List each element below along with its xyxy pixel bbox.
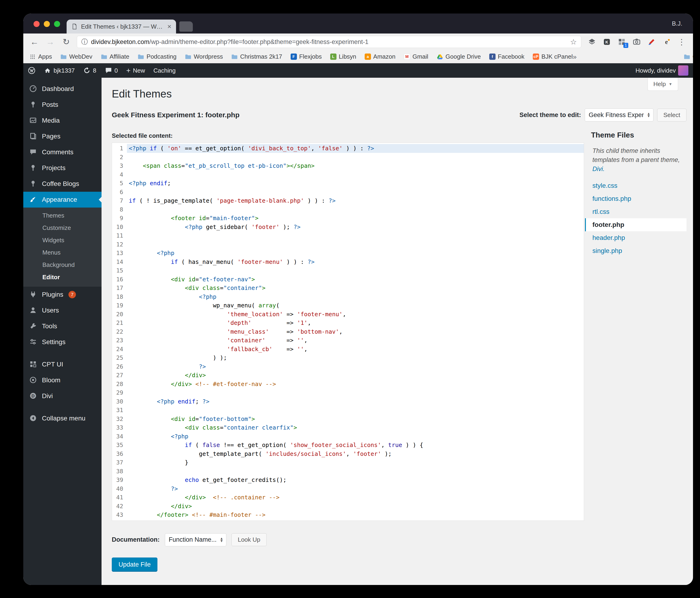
sidebar-item-posts[interactable]: Posts — [23, 97, 102, 113]
sidebar-item-appearance[interactable]: Appearance — [23, 192, 102, 208]
bookmark-star-icon[interactable]: ☆ — [570, 37, 577, 46]
e-letter-extension-icon[interactable]: e — [661, 37, 672, 47]
code-line[interactable]: 14 if ( has_nav_menu( 'footer-menu' ) ) … — [112, 258, 584, 266]
camera-extension-icon[interactable] — [631, 37, 642, 47]
grid-extension-icon[interactable]: 1 — [617, 37, 627, 47]
caching-menu[interactable]: Caching — [153, 67, 176, 74]
code-line[interactable]: 2 — [112, 153, 584, 162]
close-window-button[interactable] — [33, 21, 40, 27]
code-line[interactable]: 28 </div> <!-- #et-footer-nav --> — [112, 380, 584, 389]
bookmark-item-webdev[interactable]: WebDev — [60, 53, 92, 60]
code-line[interactable]: 16 <div id="et-footer-nav"> — [112, 275, 584, 284]
select-theme-button[interactable]: Select — [657, 109, 686, 122]
address-bar[interactable]: ⓘ dividev.bjkeeton.com/wp-admin/theme-ed… — [77, 36, 581, 48]
code-line[interactable]: 5<?php endif; — [112, 179, 584, 188]
layers-extension-icon[interactable] — [587, 37, 597, 47]
code-line[interactable]: 25 ) ); — [112, 354, 584, 362]
submenu-item-menus[interactable]: Menus — [23, 246, 102, 259]
code-line[interactable]: 21 'depth' => '1', — [112, 318, 584, 328]
tab-close-icon[interactable]: × — [167, 23, 171, 30]
update-file-button[interactable]: Update File — [112, 557, 157, 572]
sidebar-item-collapse-menu[interactable]: Collapse menu — [23, 411, 102, 426]
sidebar-item-pages[interactable]: Pages — [23, 128, 102, 144]
code-line[interactable]: 33 <div class="container clearfix"> — [112, 423, 584, 432]
code-line[interactable]: 11 — [112, 231, 584, 240]
code-line[interactable]: 43 </footer> <!-- #main-footer --> — [112, 511, 584, 519]
sidebar-item-coffee-blogs[interactable]: Coffee Blogs — [23, 176, 102, 192]
pen-extension-icon[interactable] — [646, 37, 657, 47]
code-line[interactable]: 1<?php if ( 'on' == et_get_option( 'divi… — [112, 144, 584, 153]
bookmark-item-bjk-cpanel[interactable]: cPBJK cPanel — [533, 53, 573, 60]
code-line[interactable]: 31 — [112, 406, 584, 415]
sidebar-item-comments[interactable]: Comments — [23, 144, 102, 160]
code-line[interactable]: 8 — [112, 205, 584, 214]
code-line[interactable]: 38 — [112, 467, 584, 476]
new-content-menu[interactable]: + New — [126, 67, 145, 74]
dark-square-extension-icon[interactable]: K — [602, 37, 612, 47]
theme-file-single-php[interactable]: single.php — [585, 244, 686, 257]
other-bookmarks-button[interactable]: Other Bookmarks — [684, 53, 693, 60]
code-line[interactable]: 35 if ( false !== et_get_option( 'show_f… — [112, 441, 584, 449]
bookmark-item-google-drive[interactable]: Google Drive — [436, 53, 481, 60]
submenu-item-customize[interactable]: Customize — [23, 222, 102, 234]
code-line[interactable]: 9 <footer id="main-footer"> — [112, 214, 584, 223]
bookmark-item-wordpress[interactable]: Wordpress — [185, 53, 223, 60]
code-line[interactable]: 6 — [112, 188, 584, 197]
theme-file-style-css[interactable]: style.css — [585, 179, 686, 192]
sidebar-item-users[interactable]: Users — [23, 303, 102, 318]
reload-button[interactable]: ↻ — [61, 37, 71, 47]
sidebar-item-tools[interactable]: Tools — [23, 318, 102, 334]
theme-file-functions-php[interactable]: functions.php — [585, 192, 686, 205]
code-line[interactable]: 13 <?php — [112, 249, 584, 258]
code-line[interactable]: 40 ?> — [112, 485, 584, 493]
page-info-icon[interactable]: ⓘ — [81, 37, 88, 46]
submenu-item-editor[interactable]: Editor — [23, 271, 102, 283]
parent-theme-link[interactable]: Divi. — [593, 165, 605, 173]
sidebar-item-bloom[interactable]: Bloom — [23, 372, 102, 388]
code-line[interactable]: 19 wp_nav_menu( array( — [112, 301, 584, 310]
bookmark-item-amazon[interactable]: aAmazon — [365, 53, 395, 60]
code-line[interactable]: 30 <?php endif; ?> — [112, 397, 584, 406]
code-line[interactable]: 17 <div class="container"> — [112, 284, 584, 292]
minimize-window-button[interactable] — [44, 21, 50, 27]
code-line[interactable]: 3 <span class="et_pb_scroll_top et-pb-ic… — [112, 161, 584, 170]
code-line[interactable]: 29 — [112, 388, 584, 397]
bookmark-item-flexjobs[interactable]: FFlexjobs — [291, 53, 322, 60]
bookmark-item-affiliate[interactable]: Affiliate — [101, 53, 129, 60]
bookmark-item-apps[interactable]: Apps — [29, 53, 52, 60]
back-button[interactable]: ← — [29, 37, 40, 47]
code-line[interactable]: 23 'container' => '', — [112, 336, 584, 345]
wp-logo-menu[interactable] — [28, 67, 35, 74]
new-tab-button[interactable] — [179, 21, 193, 32]
bookmark-item-libsyn[interactable]: LLibsyn — [330, 53, 356, 60]
code-line[interactable]: 36 get_template_part( 'includes/social_i… — [112, 449, 584, 459]
code-line[interactable]: 41 </div> <!-- .container --> — [112, 493, 584, 502]
theme-file-header-php[interactable]: header.php — [585, 231, 686, 244]
zoom-window-button[interactable] — [54, 21, 60, 27]
theme-file-rtl-css[interactable]: rtl.css — [585, 205, 686, 218]
code-line[interactable]: 24 'fallback_cb' => '', — [112, 345, 584, 354]
help-button[interactable]: Help ▼ — [648, 78, 678, 91]
code-editor[interactable]: 1<?php if ( 'on' == et_get_option( 'divi… — [112, 142, 584, 521]
documentation-select[interactable]: Function Name... ▲▼ — [165, 533, 226, 546]
sidebar-item-cpt-ui[interactable]: CPT UI — [23, 357, 102, 372]
sidebar-item-dashboard[interactable]: Dashboard — [23, 81, 102, 97]
code-line[interactable]: 34 <?php — [112, 432, 584, 441]
browser-profile-name[interactable]: B.J. — [672, 20, 682, 27]
sidebar-item-divi[interactable]: DDivi — [23, 388, 102, 404]
site-name-menu[interactable]: bjk1337 — [44, 67, 75, 74]
code-line[interactable]: 12 — [112, 240, 584, 249]
code-line[interactable]: 27 </div> — [112, 371, 584, 380]
code-line[interactable]: 20 'theme_location' => 'footer-menu', — [112, 310, 584, 319]
code-line[interactable]: 7if ( ! is_page_template( 'page-template… — [112, 197, 584, 205]
bookmarks-overflow-chevron[interactable]: » — [573, 53, 577, 61]
sidebar-item-media[interactable]: Media — [23, 113, 102, 128]
code-line[interactable]: 18 <?php — [112, 292, 584, 301]
bookmark-item-christmas-2k17[interactable]: Christmas 2k17 — [231, 53, 282, 60]
code-line[interactable]: 10 <?php get_sidebar( 'footer' ); ?> — [112, 223, 584, 232]
submenu-item-themes[interactable]: Themes — [23, 209, 102, 222]
submenu-item-background[interactable]: Background — [23, 259, 102, 271]
comments-menu[interactable]: 0 — [105, 67, 118, 74]
code-line[interactable]: 42 </div> — [112, 502, 584, 511]
forward-button[interactable]: → — [45, 37, 55, 47]
